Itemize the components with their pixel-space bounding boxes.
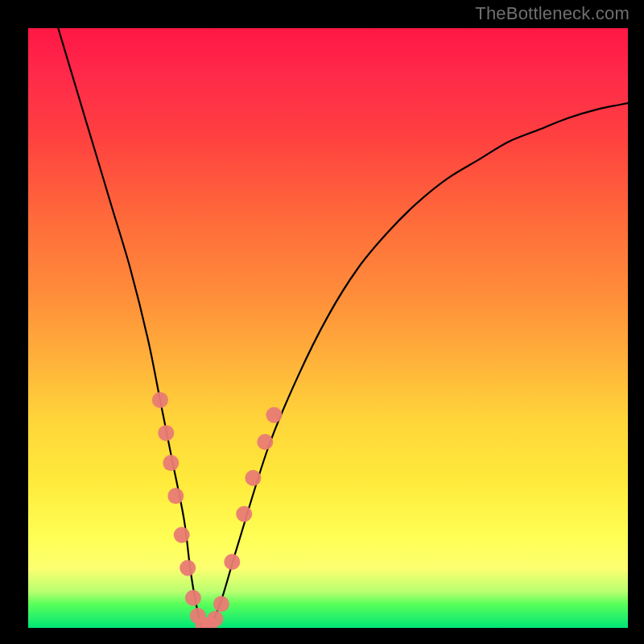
data-marker: [224, 554, 240, 570]
watermark-text: TheBottleneck.com: [475, 3, 630, 24]
data-marker: [174, 527, 190, 543]
data-marker: [245, 470, 261, 486]
data-marker: [158, 425, 174, 441]
data-marker: [185, 590, 201, 606]
data-marker: [257, 434, 273, 450]
data-marker: [152, 392, 168, 408]
data-marker: [213, 596, 229, 612]
data-marker: [266, 407, 282, 423]
data-marker: [163, 455, 179, 471]
data-marker: [180, 560, 196, 576]
bottleneck-curve-svg: [28, 28, 628, 628]
chart-frame: TheBottleneck.com: [0, 0, 644, 644]
data-marker: [167, 488, 184, 504]
plot-area: [28, 28, 628, 628]
bottleneck-curve: [58, 28, 628, 628]
data-marker: [207, 611, 223, 627]
data-marker: [236, 506, 252, 522]
